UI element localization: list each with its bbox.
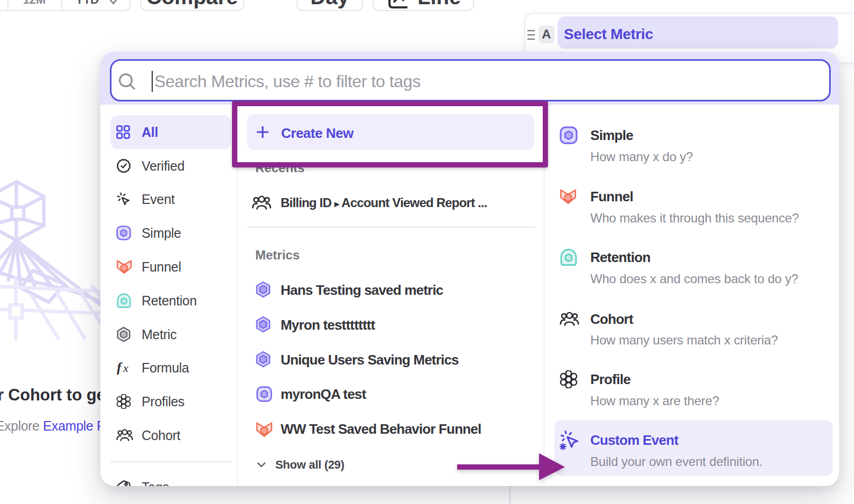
- svg-text:f: f: [117, 360, 123, 375]
- svg-text:x: x: [123, 361, 128, 375]
